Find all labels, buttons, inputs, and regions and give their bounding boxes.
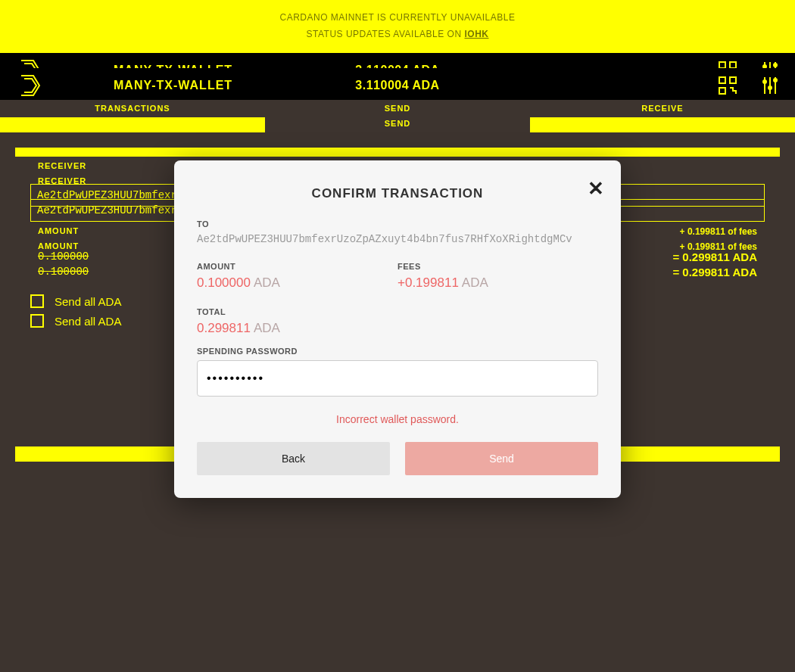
wallet-name: MANY-TX-WALLET [114,79,232,92]
sliders-icon[interactable] [760,76,780,95]
error-message: Incorrect wallet password. [197,413,598,425]
confirm-transaction-modal: ✕ CONFIRM TRANSACTION TO Ae2tdPwUPEZ3HUU… [174,160,621,498]
send-all-checkbox[interactable] [30,314,44,328]
amount-label: AMOUNT [197,262,398,271]
send-all-row[interactable]: Send all ADA [15,314,121,328]
active-tab-indicator [0,117,265,132]
svg-rect-1 [730,62,736,68]
send-all-label: Send all ADA [55,315,121,328]
to-value: Ae2tdPwUPEZ3HUU7bmfexrUzoZpAZxuyt4b4bn7f… [197,233,598,245]
fees-label: FEES [398,262,598,271]
svg-point-10 [768,86,772,89]
banner-line-1: CARDANO MAINNET IS CURRENTLY UNAVAILABLE [280,10,516,26]
banner-line-2: STATUS UPDATES AVAILABLE ON IOHK [307,26,489,43]
fees-note: + 0.199811 of fees [680,226,757,237]
tab-transactions[interactable]: TRANSACTIONS [0,104,265,113]
spending-password-label: SPENDING PASSWORD [197,347,598,356]
fees-value: +0.199811ADA [398,275,598,291]
tab-receive[interactable]: RECEIVE [530,104,795,113]
wallet-balance: 3.110004 ADA [355,79,439,92]
svg-point-5 [774,64,777,67]
svg-rect-8 [719,88,725,94]
svg-point-9 [763,80,766,83]
total-value: 0.299811ADA [197,321,598,336]
wallet-header-dup: MANY-TX-WALLET 3.110004 ADA [0,68,795,102]
equals-amount: = 0.299811 ADA [672,266,757,278]
testnet-banner: CARDANO MAINNET IS CURRENTLY UNAVAILABLE… [0,0,795,53]
tab-send[interactable]: SEND [265,104,530,113]
send-all-checkbox[interactable] [30,294,44,308]
wallet-tabs: TRANSACTIONS SEND RECEIVE [0,100,795,117]
svg-rect-6 [719,77,725,83]
send-all-label: Send all ADA [55,295,121,308]
tab-send[interactable]: SEND [265,119,530,128]
to-label: TO [197,219,598,229]
banner-link[interactable]: IOHK [464,29,488,39]
svg-rect-0 [719,62,725,68]
send-button[interactable]: Send [405,442,598,475]
back-button[interactable]: Back [197,442,390,475]
form-topbar [15,148,780,157]
amount-value: 0.100000ADA [197,275,398,291]
send-all-row[interactable]: Send all ADA [15,294,121,308]
modal-title: CONFIRM TRANSACTION [197,186,598,201]
spending-password-input[interactable] [197,360,598,397]
svg-point-11 [774,79,777,82]
close-icon[interactable]: ✕ [588,177,604,201]
total-label: TOTAL [197,307,598,316]
active-tab-indicator-2 [530,117,795,132]
svg-point-3 [763,65,766,68]
qr-icon[interactable] [718,76,737,95]
wallet-logo-icon [0,68,76,102]
equals-amount: = 0.299811 ADA [672,250,757,263]
svg-rect-7 [730,77,736,83]
